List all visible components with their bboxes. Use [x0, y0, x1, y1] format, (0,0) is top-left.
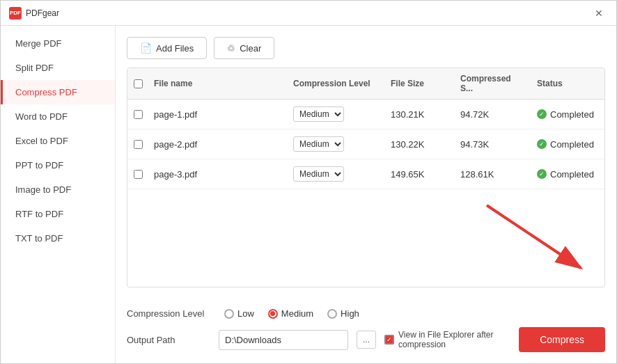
app-logo-icon: PDF — [9, 7, 22, 19]
row-3-status-label: Completed — [550, 169, 594, 180]
content-area: 📄 Add Files ♲ Clear File name — [116, 26, 616, 363]
output-path-input[interactable] — [219, 330, 348, 350]
view-explorer-checkbox[interactable]: ✓ — [384, 335, 394, 345]
row-3-cells: page-3.pdf Medium Low High 149.65K 1 — [127, 159, 604, 189]
row-2-checkbox-cell — [127, 136, 148, 152]
header-filename: File name — [148, 74, 288, 93]
radio-medium-circle — [268, 309, 278, 319]
file-table: File name Compression Level File Size Co… — [127, 68, 605, 287]
file-table-wrapper: File name Compression Level File Size Co… — [127, 68, 605, 296]
row-3-status-icon: ✓ — [537, 169, 547, 179]
sidebar-item-ppt[interactable]: PPT to PDF — [1, 153, 115, 177]
compression-level-label: Compression Level — [127, 308, 210, 319]
sidebar-item-excel[interactable]: Excel to PDF — [1, 129, 115, 153]
header-compressed-size: Compressed S... — [455, 74, 531, 93]
header-operation: Operation — [601, 74, 605, 93]
radio-high[interactable]: High — [327, 308, 359, 319]
bottom-panel: Compression Level Low Medium High — [127, 304, 605, 352]
row-2-status-label: Completed — [550, 139, 594, 150]
radio-medium[interactable]: Medium — [268, 308, 313, 319]
row-3-compression[interactable]: Medium Low High — [288, 166, 385, 182]
table-header: File name Compression Level File Size Co… — [127, 68, 604, 100]
output-path-label: Output Path — [127, 335, 210, 345]
row-2-compression-select[interactable]: Medium Low High — [293, 136, 344, 152]
sidebar-item-txt[interactable]: TXT to PDF — [1, 226, 115, 251]
radio-medium-label: Medium — [281, 308, 313, 319]
row-3-compression-select[interactable]: Medium Low High — [293, 166, 344, 182]
row-1-compression[interactable]: Medium Low High — [288, 106, 385, 122]
row-3-compressed-size: 128.61K — [455, 166, 531, 182]
output-path-row: Output Path ... ✓ View in File Explorer … — [127, 327, 605, 352]
row-1-status-label: Completed — [550, 109, 594, 120]
table-row: page-1.pdf Medium Low High 130.21K 9 — [127, 100, 604, 129]
row-2-filesize: 130.22K — [385, 136, 455, 152]
compress-button[interactable]: Compress — [519, 327, 605, 352]
add-files-button[interactable]: 📄 Add Files — [127, 37, 207, 59]
sidebar-item-merge[interactable]: Merge PDF — [1, 31, 115, 56]
row-1-checkbox[interactable] — [134, 110, 143, 119]
row-3-operations: 📄 📁 🗑 — [601, 166, 604, 182]
row-2-status-icon: ✓ — [537, 139, 547, 149]
clear-icon: ♲ — [227, 43, 235, 54]
radio-high-circle — [327, 309, 337, 319]
row-2-status: ✓ Completed — [531, 136, 601, 152]
row-3-status: ✓ Completed — [531, 166, 601, 182]
sidebar-item-rtf[interactable]: RTF to PDF — [1, 202, 115, 226]
close-button[interactable]: ✕ — [590, 4, 608, 22]
row-2-checkbox[interactable] — [134, 140, 143, 149]
row-1-filename: page-1.pdf — [148, 106, 288, 122]
row-1-operations: 📄 📁 🗑 — [601, 106, 604, 122]
view-explorer-option: ✓ View in File Explorer after compressio… — [384, 330, 510, 349]
row-1-compression-select[interactable]: Medium Low High — [293, 106, 344, 122]
toolbar: 📄 Add Files ♲ Clear — [127, 37, 605, 59]
radio-low-label: Low — [237, 308, 254, 319]
header-checkbox-cell — [127, 74, 148, 93]
sidebar: Merge PDF Split PDF Compress PDF Word to… — [1, 26, 116, 363]
row-2-operations: 📄 📁 🗑 — [601, 136, 604, 152]
app-logo: PDF PDFgear — [9, 7, 59, 19]
header-filesize: File Size — [385, 74, 455, 93]
compression-level-row: Compression Level Low Medium High — [127, 308, 605, 319]
row-3-filesize: 149.65K — [385, 166, 455, 182]
logo-text: PDF — [10, 10, 21, 16]
table-body: page-1.pdf Medium Low High 130.21K 9 — [127, 100, 604, 287]
radio-high-label: High — [341, 308, 359, 319]
app-title: PDFgear — [26, 8, 59, 18]
titlebar: PDF PDFgear ✕ — [1, 1, 616, 26]
radio-low-circle — [224, 309, 234, 319]
row-2-cells: page-2.pdf Medium Low High 130.22K 9 — [127, 129, 604, 159]
sidebar-item-word[interactable]: Word to PDF — [1, 104, 115, 129]
add-files-icon: 📄 — [140, 42, 152, 54]
sidebar-item-compress[interactable]: Compress PDF — [1, 80, 115, 104]
clear-label: Clear — [240, 43, 261, 54]
clear-button[interactable]: ♲ Clear — [214, 37, 274, 59]
sidebar-item-image[interactable]: Image to PDF — [1, 177, 115, 202]
radio-group: Low Medium High — [224, 308, 359, 319]
app-window: PDF PDFgear ✕ Merge PDF Split PDF Compre… — [0, 0, 617, 364]
row-2-compressed-size: 94.73K — [455, 136, 531, 152]
table-row: page-3.pdf Medium Low High 149.65K 1 — [127, 159, 604, 189]
row-3-checkbox[interactable] — [134, 170, 143, 179]
row-1-cells: page-1.pdf Medium Low High 130.21K 9 — [127, 100, 604, 129]
row-2-compression[interactable]: Medium Low High — [288, 136, 385, 152]
row-3-checkbox-cell — [127, 166, 148, 182]
table-row: page-2.pdf Medium Low High 130.22K 9 — [127, 129, 604, 159]
row-2-filename: page-2.pdf — [148, 136, 288, 152]
row-3-filename: page-3.pdf — [148, 166, 288, 182]
row-1-status-icon: ✓ — [537, 109, 547, 119]
radio-low[interactable]: Low — [224, 308, 254, 319]
row-1-filesize: 130.21K — [385, 106, 455, 122]
row-1-status: ✓ Completed — [531, 106, 601, 122]
view-explorer-label: View in File Explorer after compression — [398, 330, 510, 349]
row-1-checkbox-cell — [127, 106, 148, 122]
sidebar-item-split[interactable]: Split PDF — [1, 56, 115, 80]
main-body: Merge PDF Split PDF Compress PDF Word to… — [1, 26, 616, 363]
select-all-checkbox[interactable] — [134, 79, 143, 88]
header-compression: Compression Level — [288, 74, 385, 93]
header-status: Status — [531, 74, 601, 93]
add-files-label: Add Files — [156, 43, 194, 54]
row-1-compressed-size: 94.72K — [455, 106, 531, 122]
browse-button[interactable]: ... — [357, 331, 376, 349]
